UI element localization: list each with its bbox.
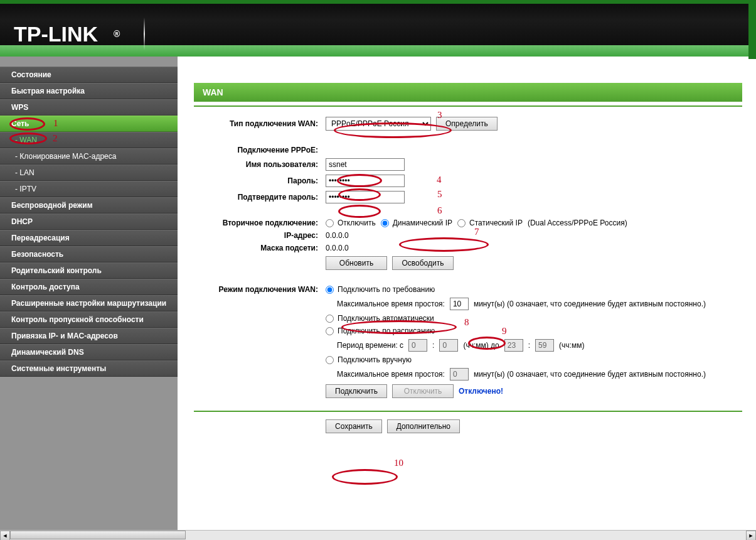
idle-label: Максимальное время простоя: <box>337 300 445 308</box>
period-to-min <box>535 339 554 352</box>
confirm-input[interactable] <box>326 191 405 203</box>
brand-logo: TP-LINK® <box>14 18 145 50</box>
logo-divider <box>144 18 145 50</box>
scroll-track[interactable] <box>10 531 746 532</box>
mask-label: Маска подсети: <box>194 244 326 252</box>
scroll-right-arrow[interactable]: ► <box>746 531 756 532</box>
sec-disable-radio[interactable] <box>326 219 334 227</box>
sidebar-item-iptv[interactable]: - IPTV <box>0 181 178 197</box>
divider <box>194 105 742 107</box>
mode-schedule-label: Подключить по расписанию <box>338 327 435 335</box>
idle-input[interactable] <box>450 298 469 310</box>
sidebar: Состояние Быстрая настройка WPS Сеть - W… <box>0 55 178 532</box>
save-button[interactable]: Сохранить <box>326 419 382 433</box>
mode-label: Режим подключения WAN: <box>194 285 326 294</box>
sec-dynamic-label: Динамический IP <box>393 219 452 227</box>
content: WAN Тип подключения WAN: PPPoE/PPPoE Рос… <box>178 55 756 532</box>
sidebar-item-wps[interactable]: WPS <box>0 99 178 116</box>
sidebar-item-lan[interactable]: - LAN <box>0 165 178 181</box>
sec-dynamic-radio[interactable] <box>381 219 389 227</box>
sidebar-item-network[interactable]: Сеть <box>0 116 178 132</box>
update-button[interactable]: Обновить <box>326 256 387 270</box>
username-input[interactable] <box>326 158 405 171</box>
password-label: Пароль: <box>194 176 326 185</box>
brand-text: TP-LINK <box>14 22 98 46</box>
sidebar-item-ip-mac-binding[interactable]: Привязка IP- и MAC-адресов <box>0 328 178 344</box>
sec-static-radio[interactable] <box>457 219 466 227</box>
sidebar-item-status[interactable]: Состояние <box>0 67 178 83</box>
wan-type-label: Тип подключения WAN: <box>194 119 326 128</box>
wan-type-select[interactable]: PPPoE/PPPoE Россия <box>326 117 431 131</box>
mode-auto-radio[interactable] <box>326 315 334 323</box>
sidebar-item-system-tools[interactable]: Системные инструменты <box>0 360 178 377</box>
sidebar-item-access-control[interactable]: Контроль доступа <box>0 279 178 295</box>
pppoe-header: Подключение PPPoE: <box>194 146 326 154</box>
page-title: WAN <box>194 83 742 102</box>
detect-button[interactable]: Определить <box>436 117 498 131</box>
idle2-label: Максимальное время простоя: <box>337 370 445 379</box>
period-from-min <box>439 339 458 352</box>
mode-manual-label: Подключить вручную <box>338 355 412 364</box>
scroll-thumb[interactable] <box>10 531 186 532</box>
period-tail: (чч:мм) <box>559 341 584 350</box>
sidebar-item-routing[interactable]: Расширенные настройки маршрутизации <box>0 295 178 311</box>
mode-manual-radio[interactable] <box>326 356 334 364</box>
sidebar-item-mac-clone[interactable]: - Клонирование MAC-адреса <box>0 148 178 165</box>
ip-label: IP-адрес: <box>194 231 326 240</box>
sidebar-item-ddns[interactable]: Динамический DNS <box>0 344 178 360</box>
period-sep: (чч:мм) до <box>463 341 499 350</box>
hscrollbar[interactable]: ◄ ► <box>0 530 756 532</box>
sidebar-item-quick-setup[interactable]: Быстрая настройка <box>0 83 178 99</box>
password-input[interactable] <box>326 175 405 187</box>
scroll-left-arrow[interactable]: ◄ <box>0 531 10 532</box>
sidebar-item-parental[interactable]: Родительский контроль <box>0 262 178 279</box>
disconnect-button: Отключить <box>392 384 454 398</box>
sidebar-item-forwarding[interactable]: Переадресация <box>0 230 178 246</box>
connection-status: Отключено! <box>459 387 503 396</box>
sidebar-item-wireless[interactable]: Беспроводной режим <box>0 197 178 213</box>
divider <box>194 411 742 412</box>
period-prefix: Период времени: с <box>337 341 403 350</box>
sec-note: (Dual Access/PPPoE Россия) <box>528 219 627 227</box>
mode-demand-radio[interactable] <box>326 286 334 294</box>
sidebar-item-dhcp[interactable]: DHCP <box>0 213 178 230</box>
sidebar-item-bandwidth[interactable]: Контроль пропускной способности <box>0 311 178 328</box>
secondary-label: Вторичное подключение: <box>194 219 326 227</box>
period-from-hour <box>408 339 427 352</box>
ip-value: 0.0.0.0 <box>326 231 349 240</box>
mask-value: 0.0.0.0 <box>326 244 349 252</box>
period-to-hour <box>504 339 523 352</box>
idle-unit: минут(ы) (0 означает, что соединение буд… <box>474 300 706 308</box>
sec-static-label: Статический IP <box>469 219 523 227</box>
idle2-input <box>450 368 469 381</box>
mode-demand-label: Подключить по требованию <box>338 285 435 294</box>
release-button[interactable]: Освободить <box>392 256 454 270</box>
sec-disable-label: Отключить <box>338 219 376 227</box>
idle2-unit: минут(ы) (0 означает, что соединение буд… <box>474 370 706 379</box>
sidebar-item-wan[interactable]: - WAN <box>0 132 178 148</box>
advanced-button[interactable]: Дополнительно <box>387 419 460 433</box>
sidebar-item-security[interactable]: Безопасность <box>0 246 178 262</box>
connect-button[interactable]: Подключить <box>326 384 387 398</box>
mode-auto-label: Подключить автоматически <box>338 314 434 323</box>
header: TP-LINK® <box>0 0 756 55</box>
username-label: Имя пользователя: <box>194 160 326 169</box>
confirm-label: Подтвердите пароль: <box>194 193 326 202</box>
mode-schedule-radio[interactable] <box>326 327 334 335</box>
